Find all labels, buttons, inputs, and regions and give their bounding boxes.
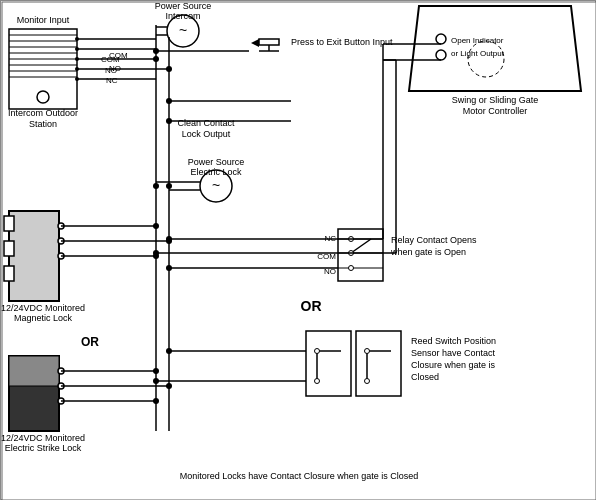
svg-text:Intercom Outdoor: Intercom Outdoor	[8, 108, 78, 118]
svg-text:Power Source: Power Source	[188, 157, 245, 167]
svg-point-110	[166, 265, 172, 271]
svg-text:Lock Output: Lock Output	[182, 129, 231, 139]
svg-rect-71	[9, 356, 59, 386]
svg-point-46	[166, 66, 172, 72]
svg-rect-114	[306, 331, 351, 396]
svg-point-134	[436, 34, 446, 44]
svg-text:~: ~	[179, 22, 187, 38]
svg-text:NC: NC	[106, 76, 118, 85]
svg-point-126	[166, 348, 172, 354]
svg-text:Closed: Closed	[411, 372, 439, 382]
svg-point-118	[315, 349, 320, 354]
svg-text:Open Indicator: Open Indicator	[451, 36, 504, 45]
svg-point-127	[153, 378, 159, 384]
svg-text:Closure when gate is: Closure when gate is	[411, 360, 496, 370]
wiring-diagram: Monitor Input Intercom Outdoor Station ~…	[0, 0, 596, 500]
svg-rect-115	[356, 331, 401, 396]
svg-text:Power Source: Power Source	[155, 1, 212, 11]
svg-point-157	[166, 98, 172, 104]
svg-text:Monitored Locks have Contact C: Monitored Locks have Contact Closure whe…	[180, 471, 419, 481]
svg-point-13	[75, 37, 79, 41]
svg-text:~: ~	[212, 177, 220, 193]
svg-point-108	[166, 236, 172, 242]
svg-point-10	[37, 91, 49, 103]
svg-text:Magnetic Lock: Magnetic Lock	[14, 313, 73, 323]
svg-point-81	[166, 183, 172, 189]
svg-point-104	[349, 266, 354, 271]
svg-point-21	[75, 77, 79, 81]
svg-rect-60	[4, 266, 14, 281]
svg-rect-32	[259, 39, 279, 45]
svg-point-15	[75, 47, 79, 51]
svg-text:Swing or Sliding Gate: Swing or Sliding Gate	[452, 95, 539, 105]
svg-point-155	[166, 118, 172, 124]
svg-text:Relay Contact Opens: Relay Contact Opens	[391, 235, 477, 245]
svg-point-122	[365, 349, 370, 354]
svg-point-133	[468, 41, 504, 77]
svg-text:12/24VDC Monitored: 12/24VDC Monitored	[1, 433, 85, 443]
svg-rect-57	[9, 211, 59, 301]
svg-point-80	[153, 183, 159, 189]
svg-rect-97	[338, 229, 383, 281]
svg-point-43	[153, 56, 159, 62]
svg-text:Sensor have Contact: Sensor have Contact	[411, 348, 496, 358]
svg-text:Intercom: Intercom	[165, 11, 200, 21]
svg-point-151	[153, 48, 159, 54]
svg-text:Station: Station	[29, 119, 57, 129]
svg-text:Clean Contact: Clean Contact	[177, 118, 235, 128]
svg-point-19	[75, 67, 79, 71]
svg-text:Press to Exit Button Input: Press to Exit Button Input	[291, 37, 393, 47]
svg-point-17	[75, 57, 79, 61]
svg-text:or Light Output: or Light Output	[451, 49, 505, 58]
svg-text:Reed Switch Position: Reed Switch Position	[411, 336, 496, 346]
svg-text:OR: OR	[301, 298, 322, 314]
svg-text:Motor Controller: Motor Controller	[463, 106, 528, 116]
svg-text:Electric Strike Lock: Electric Strike Lock	[5, 443, 82, 453]
svg-rect-59	[4, 241, 14, 256]
svg-text:Electric Lock: Electric Lock	[190, 167, 242, 177]
svg-text:when gate is Open: when gate is Open	[390, 247, 466, 257]
svg-text:OR: OR	[81, 335, 99, 349]
svg-point-109	[153, 250, 159, 256]
svg-point-123	[365, 379, 370, 384]
svg-text:12/24VDC Monitored: 12/24VDC Monitored	[1, 303, 85, 313]
svg-point-135	[436, 50, 446, 60]
svg-point-119	[315, 379, 320, 384]
svg-rect-58	[4, 216, 14, 231]
svg-text:NO: NO	[105, 66, 117, 75]
svg-text:Monitor Input: Monitor Input	[17, 15, 70, 25]
